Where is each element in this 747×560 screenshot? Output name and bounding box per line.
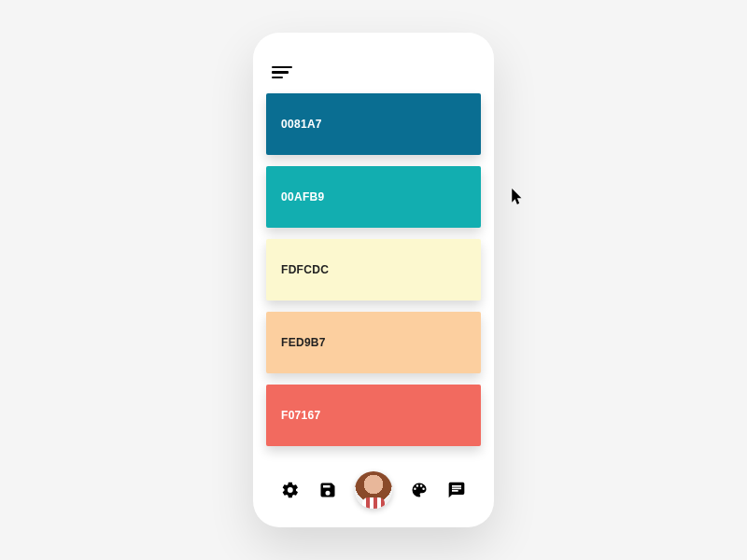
swatch-hex-label: FDFCDC: [281, 263, 329, 276]
palette-swatch[interactable]: F07167: [266, 385, 481, 446]
menu-icon[interactable]: [272, 66, 292, 79]
bottom-navbar: [266, 458, 481, 514]
chat-icon[interactable]: [446, 480, 467, 500]
palette-list: 0081A7 00AFB9 FDFCDC FED9B7 F07167: [266, 91, 481, 458]
phone-frame: 0081A7 00AFB9 FDFCDC FED9B7 F07167: [253, 33, 494, 527]
swatch-hex-label: 0081A7: [281, 118, 322, 131]
palette-swatch[interactable]: FDFCDC: [266, 239, 481, 301]
swatch-hex-label: 00AFB9: [281, 190, 324, 203]
save-icon[interactable]: [317, 480, 338, 500]
avatar[interactable]: [355, 471, 392, 509]
swatch-hex-label: FED9B7: [281, 336, 326, 349]
gear-icon[interactable]: [280, 480, 301, 500]
palette-swatch[interactable]: 0081A7: [266, 93, 481, 155]
palette-swatch[interactable]: 00AFB9: [266, 166, 481, 228]
topbar: [266, 51, 481, 91]
palette-icon[interactable]: [409, 480, 430, 500]
palette-swatch[interactable]: FED9B7: [266, 312, 481, 373]
swatch-hex-label: F07167: [281, 409, 321, 422]
cursor-icon: [512, 189, 525, 205]
